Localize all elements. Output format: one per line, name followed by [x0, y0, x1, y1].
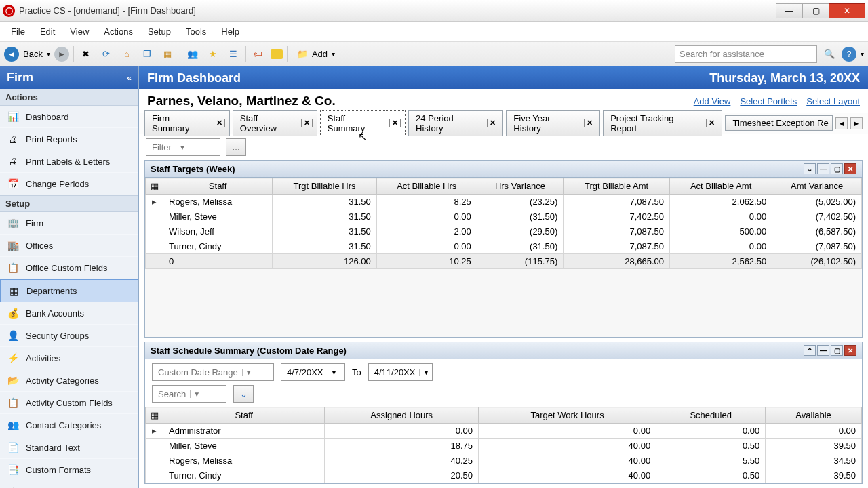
range-combo[interactable]: Custom Date Range▼ — [152, 363, 274, 381]
menu-setup[interactable]: Setup — [141, 24, 178, 39]
star-icon[interactable]: ★ — [205, 46, 221, 62]
list-icon[interactable]: ☰ — [225, 46, 241, 62]
refresh-icon[interactable]: ⟳ — [98, 46, 115, 62]
menu-view[interactable]: View — [63, 24, 96, 39]
minimize-icon[interactable]: — — [817, 163, 829, 174]
stop-icon[interactable]: ✖ — [78, 46, 94, 62]
cell-av[interactable]: 0.00 — [766, 424, 862, 439]
portlet-header[interactable]: Staff Schedule Summary (Custom Date Rang… — [145, 342, 862, 359]
maximize-icon[interactable]: ▢ — [831, 345, 843, 356]
cell-staff[interactable]: Turner, Cindy — [163, 239, 273, 254]
cell-sch[interactable]: 0.50 — [656, 468, 766, 483]
close-icon[interactable]: ✕ — [214, 119, 225, 127]
col-abh[interactable]: Act Billable Hrs — [376, 178, 477, 195]
cell-ah[interactable]: 20.50 — [325, 468, 479, 483]
sidebar-item-office-custom[interactable]: 📋Office Custom Fields — [0, 257, 138, 279]
corner-cell[interactable]: ▦ — [146, 178, 163, 195]
sidebar-item-dashboard[interactable]: 📊Dashboard — [0, 106, 138, 128]
cell-aba[interactable]: 0.00 — [670, 209, 772, 224]
cell-twh[interactable]: 40.00 — [479, 453, 656, 468]
cell-staff[interactable]: Miller, Steve — [163, 209, 273, 224]
tab-staff-overview[interactable]: Staff Overview✕ — [233, 110, 317, 136]
sidebar-heading[interactable]: Firm « — [0, 66, 138, 89]
cell-staff[interactable]: Turner, Cindy — [163, 468, 325, 483]
tab-five-year[interactable]: Five Year History✕ — [506, 110, 600, 136]
schedule-grid[interactable]: ▦ Staff Assigned Hours Target Work Hours… — [145, 407, 862, 483]
cell-ah[interactable]: 18.75 — [325, 439, 479, 453]
cell-sch[interactable]: 0.00 — [656, 424, 766, 439]
cell-tba[interactable]: 7,402.50 — [564, 209, 670, 224]
cell-av[interactable]: 39.50 — [766, 468, 862, 483]
table-row[interactable]: Turner, Cindy 31.50 0.00 (31.50) 7,087.5… — [146, 239, 862, 254]
cell-av[interactable]: 39.50 — [766, 439, 862, 453]
minimize-icon[interactable]: — — [817, 345, 829, 356]
sidebar-item-security[interactable]: 👤Security Groups — [0, 325, 138, 347]
minimize-button[interactable]: — — [776, 3, 803, 18]
cell-hv[interactable]: (31.50) — [477, 209, 564, 224]
back-label[interactable]: Back — [23, 49, 43, 59]
cell-staff[interactable]: Wilson, Jeff — [163, 224, 273, 239]
cell-staff[interactable]: Miller, Steve — [163, 439, 325, 453]
col-ah[interactable]: Assigned Hours — [325, 407, 479, 424]
cell-hv[interactable]: (29.50) — [477, 224, 564, 239]
sidebar-item-contact-cat[interactable]: 👥Contact Categories — [0, 414, 138, 436]
table-row[interactable]: ▸ Rogers, Melissa 31.50 8.25 (23.25) 7,0… — [146, 195, 862, 209]
tag-icon[interactable]: 🏷 — [250, 46, 267, 62]
sidebar-item-activities[interactable]: ⚡Activities — [0, 347, 138, 369]
sidebar-item-departments[interactable]: ▦Departments — [0, 279, 138, 302]
sidebar-item-cpe[interactable]: 🎓CPE Course Sponsor — [0, 481, 138, 488]
tab-timesheet-exc[interactable]: Timesheet Exception Re — [725, 115, 833, 131]
collapse-icon[interactable]: « — [127, 73, 132, 83]
close-icon[interactable]: ✕ — [487, 119, 498, 127]
tab-scroll-right[interactable]: ► — [850, 117, 863, 129]
add-button[interactable]: 📁 Add ▾ — [292, 47, 340, 61]
back-dropdown-icon[interactable]: ▾ — [47, 50, 50, 58]
tab-staff-summary[interactable]: Staff Summary✕ — [320, 110, 406, 136]
close-icon[interactable]: ✕ — [844, 345, 856, 356]
close-icon[interactable]: ✕ — [301, 119, 313, 127]
cell-staff[interactable]: Rogers, Melissa — [163, 453, 325, 468]
cell-ah[interactable]: 0.00 — [325, 424, 479, 439]
table-row[interactable]: ▸ Administrator 0.00 0.00 0.00 0.00 — [146, 424, 862, 439]
expand-button[interactable]: ⌄ — [233, 385, 254, 403]
forward-icon[interactable]: ► — [54, 47, 69, 62]
close-icon[interactable]: ✕ — [844, 163, 856, 174]
table-row[interactable]: Wilson, Jeff 31.50 2.00 (29.50) 7,087.50… — [146, 224, 862, 239]
maximize-button[interactable]: ▢ — [802, 3, 829, 18]
cell-av[interactable]: (5,025.00) — [772, 195, 862, 209]
cell-abh[interactable]: 8.25 — [376, 195, 477, 209]
link-select-portlets[interactable]: Select Portlets — [740, 96, 797, 106]
cell-staff[interactable]: Rogers, Melissa — [163, 195, 273, 209]
collapse-icon[interactable]: ⌃ — [804, 345, 816, 356]
sidebar-item-bank[interactable]: 💰Bank Accounts — [0, 302, 138, 325]
menu-edit[interactable]: Edit — [33, 24, 62, 39]
tab-project-tracking[interactable]: Project Tracking Report✕ — [603, 110, 722, 136]
tab-24-period[interactable]: 24 Period History✕ — [408, 110, 503, 136]
col-twh[interactable]: Target Work Hours — [479, 407, 656, 424]
cell-aba[interactable]: 0.00 — [670, 239, 772, 254]
close-button[interactable]: ✕ — [829, 3, 865, 18]
table-row[interactable]: Rogers, Melissa 40.25 40.00 5.50 34.50 — [146, 453, 862, 468]
card-icon[interactable] — [271, 49, 283, 59]
tab-firm-summary[interactable]: Firm Summary✕ — [144, 110, 230, 136]
cell-tbh[interactable]: 31.50 — [273, 239, 377, 254]
link-select-layout[interactable]: Select Layout — [806, 96, 860, 106]
help-icon[interactable]: ? — [842, 47, 856, 62]
cell-abh[interactable]: 0.00 — [376, 209, 477, 224]
close-icon[interactable]: ✕ — [584, 119, 595, 127]
cell-av[interactable]: 34.50 — [766, 453, 862, 468]
search-go-icon[interactable]: 🔍 — [821, 46, 837, 62]
from-date[interactable]: 4/7/20XX▼ — [281, 363, 345, 381]
close-icon[interactable]: ✕ — [706, 119, 717, 127]
cell-aba[interactable]: 500.00 — [670, 224, 772, 239]
close-icon[interactable]: ✕ — [389, 119, 401, 127]
menu-help[interactable]: Help — [214, 24, 246, 39]
portlet-header[interactable]: Staff Targets (Week) ⌄ — ▢ ✕ — [145, 161, 862, 178]
filter-combo[interactable]: Filter▼ — [146, 138, 220, 156]
cell-staff[interactable]: Administrator — [163, 424, 325, 439]
table-row[interactable]: Miller, Steve 18.75 40.00 0.50 39.50 — [146, 439, 862, 453]
col-tba[interactable]: Trgt Billable Amt — [564, 178, 670, 195]
sidebar-section-actions[interactable]: Actions — [0, 89, 138, 106]
collapse-icon[interactable]: ⌄ — [804, 163, 816, 174]
col-tbh[interactable]: Trgt Billable Hrs — [273, 178, 377, 195]
